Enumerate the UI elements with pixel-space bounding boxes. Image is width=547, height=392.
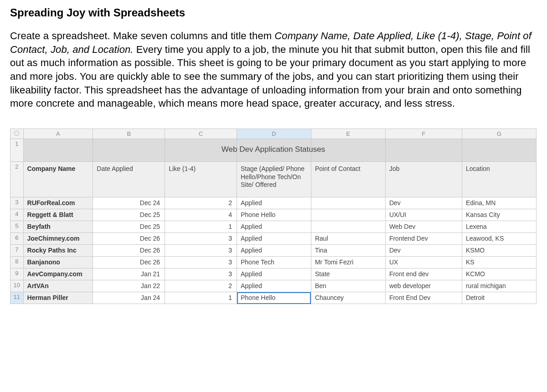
cell-B10[interactable]: Jan 22 xyxy=(93,280,165,292)
header-contact[interactable]: Point of Contact xyxy=(311,162,385,197)
cell-C10[interactable]: 2 xyxy=(165,280,237,292)
cell-A9[interactable]: AevCompany.com xyxy=(23,268,93,280)
cell-G3[interactable]: Edina, MN xyxy=(462,197,536,209)
cell-E6[interactable]: Raul xyxy=(311,233,385,245)
table-row[interactable]: 8BanjanonoDec 263Phone TechMr Tomi Fezri… xyxy=(10,257,537,268)
cell-C3[interactable]: 2 xyxy=(165,197,237,209)
cell-D7[interactable]: Applied xyxy=(237,245,311,257)
cell-D3[interactable]: Applied xyxy=(237,197,311,209)
cell-A10[interactable]: ArtVAn xyxy=(23,280,93,292)
cell-F11[interactable]: Front End Dev xyxy=(385,292,462,304)
row-num-3[interactable]: 3 xyxy=(10,197,24,209)
header-company[interactable]: Company Name xyxy=(23,162,93,197)
cell-C1[interactable] xyxy=(165,139,237,162)
row-num-8[interactable]: 8 xyxy=(10,257,24,268)
cell-D1[interactable] xyxy=(237,139,311,162)
cell-G6[interactable]: Leawood, KS xyxy=(462,233,536,245)
cell-A6[interactable]: JoeChimney.com xyxy=(23,233,93,245)
cell-D10[interactable]: Applied xyxy=(237,280,311,292)
cell-C7[interactable]: 3 xyxy=(165,245,237,257)
table-row[interactable]: 6JoeChimney.comDec 263AppliedRaulFronten… xyxy=(10,233,537,245)
header-stage[interactable]: Stage (Applied/ Phone Hello/Phone Tech/O… xyxy=(237,162,311,197)
cell-E3[interactable] xyxy=(311,197,385,209)
cell-B5[interactable]: Dec 25 xyxy=(93,221,165,233)
cell-F7[interactable]: Dev xyxy=(385,245,462,257)
row-num-2[interactable]: 2 xyxy=(10,162,24,197)
header-date[interactable]: Date Applied xyxy=(93,162,165,197)
spreadsheet-table[interactable]: A B C D E F G 1 2 Company Name Date Appl… xyxy=(10,129,537,304)
cell-B3[interactable]: Dec 24 xyxy=(93,197,165,209)
cell-E11[interactable]: Chauncey xyxy=(311,292,385,304)
cell-A11[interactable]: Herman Piller xyxy=(23,292,93,304)
cell-D5[interactable]: Applied xyxy=(237,221,311,233)
cell-E10[interactable]: Ben xyxy=(311,280,385,292)
cell-B6[interactable]: Dec 26 xyxy=(93,233,165,245)
table-row[interactable]: 4Reggett & BlattDec 254Phone HelloUX/UIK… xyxy=(10,209,537,221)
row-num-10[interactable]: 10 xyxy=(10,280,24,292)
cell-A1[interactable] xyxy=(23,139,93,162)
cell-G10[interactable]: rural michigan xyxy=(462,280,536,292)
col-header-D[interactable]: D xyxy=(237,129,311,139)
select-all-corner[interactable] xyxy=(10,129,24,139)
cell-F1[interactable] xyxy=(385,139,462,162)
cell-C8[interactable]: 3 xyxy=(165,257,237,268)
header-job[interactable]: Job xyxy=(385,162,462,197)
cell-A4[interactable]: Reggett & Blatt xyxy=(23,209,93,221)
cell-C11[interactable]: 1 xyxy=(165,292,237,304)
column-letter-row[interactable]: A B C D E F G xyxy=(10,129,537,139)
cell-E4[interactable] xyxy=(311,209,385,221)
table-row[interactable]: 11Herman PillerJan 241Phone HelloChaunce… xyxy=(10,292,537,304)
row-num-9[interactable]: 9 xyxy=(10,268,24,280)
cell-C5[interactable]: 1 xyxy=(165,221,237,233)
cell-G1[interactable] xyxy=(462,139,536,162)
cell-C4[interactable]: 4 xyxy=(165,209,237,221)
cell-F8[interactable]: UX xyxy=(385,257,462,268)
row-num-7[interactable]: 7 xyxy=(10,245,24,257)
row-num-4[interactable]: 4 xyxy=(10,209,24,221)
cell-F10[interactable]: web developer xyxy=(385,280,462,292)
header-location[interactable]: Location xyxy=(462,162,536,197)
table-row[interactable]: 5BeyfathDec 251AppliedWeb DevLexena xyxy=(10,221,537,233)
cell-D4[interactable]: Phone Hello xyxy=(237,209,311,221)
table-row[interactable]: 10ArtVAnJan 222AppliedBenweb developerru… xyxy=(10,280,537,292)
col-header-E[interactable]: E xyxy=(311,129,385,139)
cell-B4[interactable]: Dec 25 xyxy=(93,209,165,221)
cell-F3[interactable]: Dev xyxy=(385,197,462,209)
cell-E5[interactable] xyxy=(311,221,385,233)
cell-A8[interactable]: Banjanono xyxy=(23,257,93,268)
cell-E1[interactable] xyxy=(311,139,385,162)
cell-G4[interactable]: Kansas City xyxy=(462,209,536,221)
col-header-F[interactable]: F xyxy=(385,129,462,139)
row-num-5[interactable]: 5 xyxy=(10,221,24,233)
cell-D6[interactable]: Applied xyxy=(237,233,311,245)
col-header-G[interactable]: G xyxy=(462,129,536,139)
cell-B8[interactable]: Dec 26 xyxy=(93,257,165,268)
cell-F9[interactable]: Front end dev xyxy=(385,268,462,280)
cell-A7[interactable]: Rocky Paths Inc xyxy=(23,245,93,257)
row-num-6[interactable]: 6 xyxy=(10,233,24,245)
cell-G9[interactable]: KCMO xyxy=(462,268,536,280)
row-num-1[interactable]: 1 xyxy=(10,139,24,162)
cell-A5[interactable]: Beyfath xyxy=(23,221,93,233)
cell-F6[interactable]: Frontend Dev xyxy=(385,233,462,245)
table-row[interactable]: 7Rocky Paths IncDec 263AppliedTinaDevKSM… xyxy=(10,245,537,257)
cell-B1[interactable] xyxy=(93,139,165,162)
table-row[interactable]: 3RUForReal.comDec 242AppliedDevEdina, MN xyxy=(10,197,537,209)
cell-A3[interactable]: RUForReal.com xyxy=(23,197,93,209)
cell-B7[interactable]: Dec 26 xyxy=(93,245,165,257)
cell-E7[interactable]: Tina xyxy=(311,245,385,257)
cell-C9[interactable]: 3 xyxy=(165,268,237,280)
row-num-11[interactable]: 11 xyxy=(10,292,24,304)
table-row[interactable]: 9AevCompany.comJan 213AppliedStateFront … xyxy=(10,268,537,280)
cell-G5[interactable]: Lexena xyxy=(462,221,536,233)
cell-F5[interactable]: Web Dev xyxy=(385,221,462,233)
cell-G7[interactable]: KSMO xyxy=(462,245,536,257)
cell-B9[interactable]: Jan 21 xyxy=(93,268,165,280)
cell-E8[interactable]: Mr Tomi Fezri xyxy=(311,257,385,268)
cell-C6[interactable]: 3 xyxy=(165,233,237,245)
cell-G8[interactable]: KS xyxy=(462,257,536,268)
header-row[interactable]: 2 Company Name Date Applied Like (1-4) S… xyxy=(10,162,537,197)
cell-D11[interactable]: Phone Hello xyxy=(237,292,311,304)
cell-D8[interactable]: Phone Tech xyxy=(237,257,311,268)
title-row[interactable]: 1 xyxy=(10,139,537,162)
